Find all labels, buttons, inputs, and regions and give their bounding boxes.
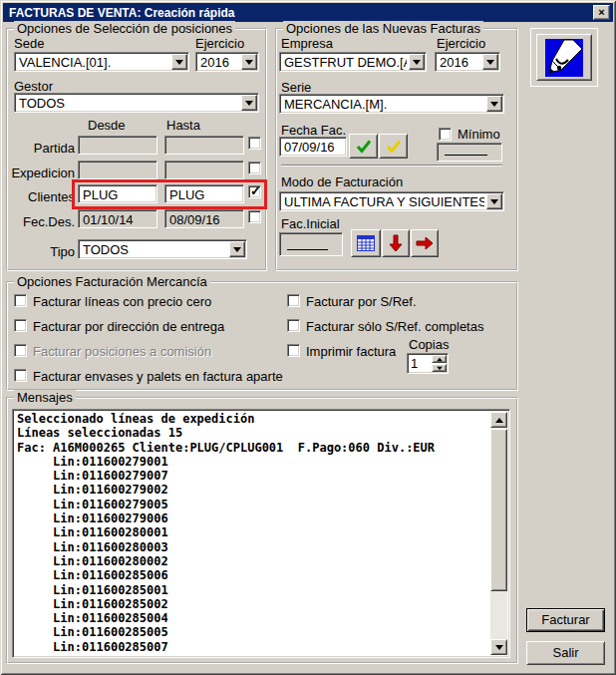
- expedicion-checkbox[interactable]: [248, 162, 261, 174]
- modo-facturacion-combobox[interactable]: ULTIMA FACTURA Y SIGUIENTES: [279, 191, 504, 211]
- message-line: Lin:011600279002: [17, 483, 487, 497]
- apply-down-button[interactable]: [382, 229, 410, 257]
- direccion-entrega-checkbox[interactable]: [14, 319, 27, 332]
- separator-line: [281, 165, 502, 167]
- partida-label: Partida: [10, 141, 75, 156]
- ejercicio-sel-label: Ejercicio: [195, 36, 244, 51]
- envases-palets-label: Facturar envases y palets en factura apa…: [33, 369, 283, 384]
- dropdown-arrow-icon[interactable]: [409, 54, 425, 70]
- sign-invoice-icon: [545, 39, 583, 77]
- titlebar: FACTURAS DE VENTA: Creación rápida ×: [3, 3, 613, 22]
- copias-stepper[interactable]: 1: [407, 353, 449, 374]
- direccion-entrega-label: Facturar por dirección de entrega: [33, 319, 224, 334]
- ejercicio-sel-combobox[interactable]: 2016: [195, 52, 259, 72]
- ejercicio-nf-label: Ejercicio: [437, 36, 485, 51]
- dropdown-arrow-icon[interactable]: [241, 54, 257, 70]
- group-mensajes-title: Mensajes: [14, 390, 76, 405]
- gestor-label: Gestor: [14, 79, 53, 94]
- copias-label: Copias: [409, 337, 449, 352]
- tipo-label: Tipo: [40, 244, 75, 259]
- scrollbar-thumb[interactable]: [490, 429, 507, 591]
- dropdown-arrow-icon[interactable]: [229, 241, 245, 257]
- ejercicio-nf-combobox[interactable]: 2016: [435, 52, 500, 72]
- message-line: Lin:011600285001: [17, 583, 487, 597]
- lineas-precio-cero-checkbox[interactable]: [14, 294, 27, 307]
- red-right-arrow-icon: [416, 236, 434, 250]
- minimo-label: Mínimo: [458, 127, 500, 142]
- message-line: Lin:011600285002: [17, 597, 487, 611]
- partida-hasta-field: [164, 136, 244, 155]
- message-line: Lin:011600280003: [17, 540, 487, 554]
- dropdown-arrow-icon[interactable]: [486, 96, 502, 112]
- fac-inicial-label: Fac.Inicial: [281, 216, 340, 231]
- minimo-field: [437, 143, 502, 162]
- tipo-combobox[interactable]: TODOS: [78, 239, 247, 259]
- group-opciones-seleccion-title: Opciones de Selección de posiciones: [14, 21, 235, 36]
- dropdown-arrow-icon[interactable]: [482, 54, 498, 70]
- clientes-desde-field[interactable]: PLUG: [78, 184, 157, 203]
- message-line: Lin:011600285007: [17, 640, 487, 654]
- yellow-check-icon: [386, 140, 402, 154]
- spinner-down-icon[interactable]: [432, 364, 447, 372]
- confirm-date-alt-button[interactable]: [379, 134, 408, 159]
- close-icon[interactable]: ×: [593, 5, 610, 20]
- mensajes-text: Seleccionado líneas de expedición Líneas…: [17, 412, 487, 655]
- spinner-up-icon[interactable]: [432, 355, 447, 363]
- partida-checkbox[interactable]: [248, 137, 261, 150]
- fac-inicial-field: [279, 232, 343, 256]
- mensajes-textarea[interactable]: Seleccionado líneas de expedición Líneas…: [12, 409, 510, 658]
- message-line: Líneas seleccionadas 15: [17, 426, 487, 440]
- por-sref-label: Facturar por S/Ref.: [306, 294, 417, 309]
- dropdown-arrow-icon[interactable]: [486, 193, 502, 209]
- imprimir-factura-label: Imprimir factura: [306, 344, 396, 359]
- message-line: Seleccionado líneas de expedición: [17, 412, 487, 426]
- clientes-hasta-field[interactable]: PLUG: [164, 184, 244, 203]
- sede-combobox[interactable]: VALENCIA.[01].: [14, 52, 189, 72]
- sign-invoice-button[interactable]: [536, 34, 592, 81]
- red-down-arrow-icon: [389, 234, 403, 252]
- posiciones-comision-checkbox: [14, 344, 27, 357]
- message-line: Lin:011600285006: [17, 568, 487, 582]
- fecdes-checkbox[interactable]: [248, 210, 261, 223]
- message-line: Lin:011600280001: [17, 525, 487, 539]
- solo-sref-completas-checkbox[interactable]: [287, 319, 300, 332]
- serie-combobox[interactable]: MERCANCIA.[M].: [279, 94, 504, 114]
- scroll-up-icon[interactable]: [490, 412, 507, 428]
- expedicion-label: Expedicion: [4, 166, 75, 180]
- por-sref-checkbox[interactable]: [287, 294, 300, 307]
- scrollbar[interactable]: [490, 412, 507, 655]
- message-line: Lin:011600285004: [17, 611, 487, 625]
- sign-invoice-panel: [530, 28, 598, 87]
- window-title: FACTURAS DE VENTA: Creación rápida: [9, 6, 234, 20]
- fecdes-desde-field: 01/10/14: [78, 209, 157, 228]
- salir-button[interactable]: Salir: [526, 641, 605, 665]
- message-line: Lin:011600279005: [17, 498, 487, 511]
- clientes-label: Clientes: [10, 189, 75, 204]
- message-line: Lin:011600279001: [17, 455, 487, 469]
- expedicion-hasta-field: [164, 161, 244, 179]
- message-line: Lin:011600285005: [17, 625, 487, 639]
- green-check-icon: [356, 140, 372, 154]
- fecha-fac-field[interactable]: 07/09/16: [279, 137, 347, 157]
- minimo-checkbox[interactable]: [439, 128, 452, 141]
- fecha-fac-label: Fecha Fac.: [281, 123, 346, 138]
- expedicion-desde-field: [78, 161, 157, 179]
- dropdown-arrow-icon[interactable]: [241, 95, 257, 111]
- fecdes-hasta-field: 08/09/16: [164, 209, 244, 228]
- apply-right-button[interactable]: [411, 229, 439, 257]
- select-invoice-button[interactable]: [351, 229, 381, 257]
- calendar-grid-icon: [357, 235, 375, 251]
- imprimir-factura-checkbox[interactable]: [287, 344, 300, 357]
- clientes-checkbox[interactable]: [248, 185, 261, 198]
- scroll-down-icon[interactable]: [490, 639, 507, 655]
- dropdown-arrow-icon[interactable]: [171, 54, 187, 70]
- facturar-button[interactable]: Facturar: [526, 608, 605, 632]
- serie-label: Serie: [281, 80, 311, 95]
- copias-value[interactable]: 1: [411, 356, 418, 371]
- gestor-combobox[interactable]: TODOS: [14, 93, 259, 113]
- empresa-combobox[interactable]: GESTFRUT DEMO.[A].: [279, 52, 427, 72]
- group-facturacion-mercancia-title: Opciones Facturación Mercancía: [14, 274, 210, 289]
- empresa-label: Empresa: [281, 36, 333, 51]
- confirm-date-button[interactable]: [349, 134, 378, 159]
- envases-palets-checkbox[interactable]: [14, 369, 27, 382]
